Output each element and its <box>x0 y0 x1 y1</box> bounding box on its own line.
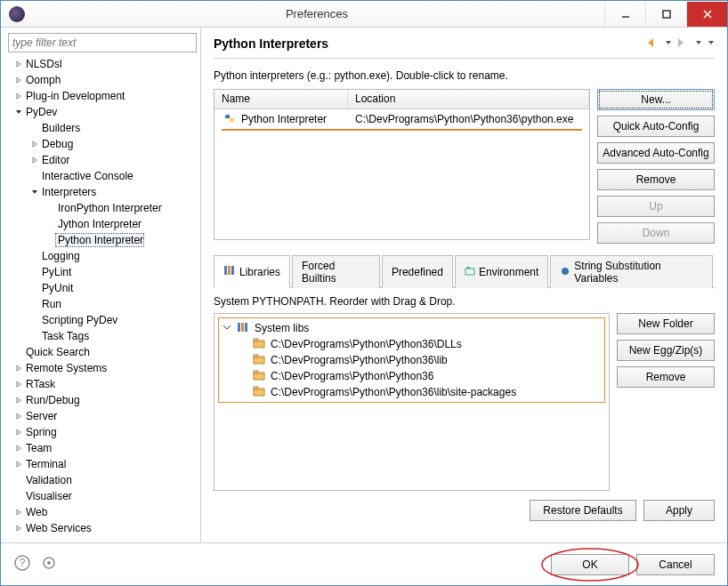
col-location[interactable]: Location <box>348 90 589 108</box>
tree-item[interactable]: Builders <box>8 120 197 136</box>
arrow-right-icon[interactable] <box>13 523 24 534</box>
tree-item[interactable]: Oomph <box>8 72 197 88</box>
tab-string-substitution-label: String Substitution Variables <box>574 260 703 285</box>
arrow-right-icon[interactable] <box>13 427 24 437</box>
new-egg-zip-button[interactable]: New Egg/Zip(s) <box>617 340 715 361</box>
arrow-right-icon[interactable] <box>13 443 24 454</box>
tree-item[interactable]: Terminal <box>8 456 197 472</box>
ok-button[interactable]: OK <box>551 554 629 575</box>
tree-item[interactable]: Plug-in Development <box>8 88 197 104</box>
lib-path-item[interactable]: C:\DevPrograms\Python\Python36 <box>222 368 601 384</box>
tree-item[interactable]: RTask <box>8 376 197 392</box>
filter-input[interactable] <box>8 33 197 52</box>
tree-item[interactable]: PyDev <box>8 104 197 120</box>
page-footer: Restore Defaults Apply <box>214 500 715 521</box>
tree-item[interactable]: Scripting PyDev <box>8 312 197 328</box>
arrow-right-icon[interactable] <box>13 59 24 69</box>
arrow-right-icon[interactable] <box>13 363 24 373</box>
restore-defaults-button[interactable]: Restore Defaults <box>530 500 636 521</box>
forward-icon[interactable] <box>677 37 690 51</box>
tree-item[interactable]: Spring <box>8 424 197 440</box>
back-menu-icon[interactable] <box>665 37 672 51</box>
new-folder-button[interactable]: New Folder <box>617 313 715 334</box>
tree-item[interactable]: Debug <box>8 136 197 152</box>
tree-item[interactable]: Team <box>8 440 197 456</box>
close-button[interactable] <box>686 2 727 27</box>
up-button[interactable]: Up <box>597 196 715 217</box>
tree-item[interactable]: Python Interpreter <box>8 232 197 248</box>
tree-item[interactable]: Run/Debug <box>8 392 197 408</box>
menu-icon[interactable] <box>708 37 715 51</box>
right-pane: Python Interpreters Python interpreters … <box>201 28 727 542</box>
tab-libraries[interactable]: Libraries <box>214 255 290 288</box>
remove-interpreter-button[interactable]: Remove <box>597 169 715 190</box>
col-name[interactable]: Name <box>214 90 348 108</box>
remove-lib-button[interactable]: Remove <box>617 366 715 388</box>
arrow-right-icon[interactable] <box>13 459 24 470</box>
advanced-auto-config-button[interactable]: Advanced Auto-Config <box>597 142 715 164</box>
interpreter-table[interactable]: Name Location Python Interpreter C:\DevP… <box>214 89 590 240</box>
lib-path-item[interactable]: C:\DevPrograms\Python\Python36\DLLs <box>222 336 601 352</box>
arrow-down-icon[interactable] <box>13 107 24 117</box>
lib-path-item[interactable]: C:\DevPrograms\Python\Python36\lib\site-… <box>222 384 601 400</box>
minimize-button[interactable] <box>604 2 645 27</box>
arrow-right-icon[interactable] <box>13 379 24 389</box>
tree-item[interactable]: Validation <box>8 472 197 488</box>
tree-item[interactable]: PyLint <box>8 264 197 280</box>
tree-item[interactable]: Visualiser <box>8 488 197 504</box>
tree-item-label: Debug <box>40 138 73 150</box>
quick-auto-config-button[interactable]: Quick Auto-Config <box>597 116 715 137</box>
tree-item[interactable]: Interpreters <box>8 184 197 200</box>
lib-path-item[interactable]: C:\DevPrograms\Python\Python36\lib <box>222 352 601 368</box>
tree-item[interactable]: Server <box>8 408 197 424</box>
table-header: Name Location <box>214 90 589 109</box>
libraries-tree[interactable]: System libs C:\DevPrograms\Python\Python… <box>214 313 610 491</box>
tab-predefined[interactable]: Predefined <box>382 255 453 288</box>
tree-item[interactable]: PyUnit <box>8 280 197 296</box>
tab-string-substitution[interactable]: String Substitution Variables <box>550 255 713 288</box>
tree-item[interactable]: NLSDsl <box>8 56 197 72</box>
cancel-button[interactable]: Cancel <box>636 554 715 575</box>
down-button[interactable]: Down <box>597 222 715 244</box>
libraries-icon <box>237 322 249 335</box>
arrow-spacer <box>45 203 56 213</box>
tree-item[interactable]: Remote Systems <box>8 360 197 376</box>
tree-item[interactable]: Interactive Console <box>8 168 197 184</box>
apply-button[interactable]: Apply <box>643 500 715 521</box>
preferences-tree[interactable]: NLSDslOomphPlug-in DevelopmentPyDevBuild… <box>8 56 197 539</box>
tree-item[interactable]: Task Tags <box>8 328 197 344</box>
back-icon[interactable] <box>647 37 659 51</box>
help-icon[interactable]: ? <box>13 554 31 574</box>
arrow-right-icon[interactable] <box>13 411 24 421</box>
tree-item-label: Terminal <box>24 458 66 470</box>
arrow-right-icon[interactable] <box>29 139 40 149</box>
window-title: Preferences <box>29 7 604 20</box>
tree-item-label: PyLint <box>40 266 71 278</box>
tree-item[interactable]: Web <box>8 504 197 520</box>
tree-item[interactable]: Web Services <box>8 520 197 536</box>
tab-environment-label: Environment <box>479 266 538 278</box>
tree-item-label: Web <box>24 506 47 518</box>
arrow-right-icon[interactable] <box>13 507 24 518</box>
arrow-right-icon[interactable] <box>13 75 24 85</box>
tree-item-label: Interpreters <box>40 186 96 198</box>
arrow-spacer <box>45 235 56 245</box>
arrow-down-icon[interactable] <box>29 187 40 197</box>
new-button[interactable]: New... <box>597 89 715 110</box>
system-libs-root[interactable]: System libs <box>222 320 601 336</box>
table-row[interactable]: Python Interpreter C:\DevPrograms\Python… <box>214 109 589 129</box>
maximize-button[interactable] <box>645 2 686 27</box>
arrow-right-icon[interactable] <box>29 155 40 165</box>
arrow-right-icon[interactable] <box>13 395 24 405</box>
progress-icon[interactable] <box>40 554 58 574</box>
tree-item[interactable]: Jython Interpreter <box>8 216 197 232</box>
tree-item[interactable]: Quick Search <box>8 344 197 360</box>
tree-item[interactable]: IronPython Interpreter <box>8 200 197 216</box>
arrow-right-icon[interactable] <box>13 91 24 101</box>
tree-item[interactable]: Editor <box>8 152 197 168</box>
forward-menu-icon[interactable] <box>695 37 702 51</box>
tree-item[interactable]: Run <box>8 296 197 312</box>
tab-environment[interactable]: Environment <box>455 255 548 288</box>
tab-forced-builtins[interactable]: Forced Builtins <box>292 255 380 288</box>
tree-item[interactable]: Logging <box>8 248 197 264</box>
